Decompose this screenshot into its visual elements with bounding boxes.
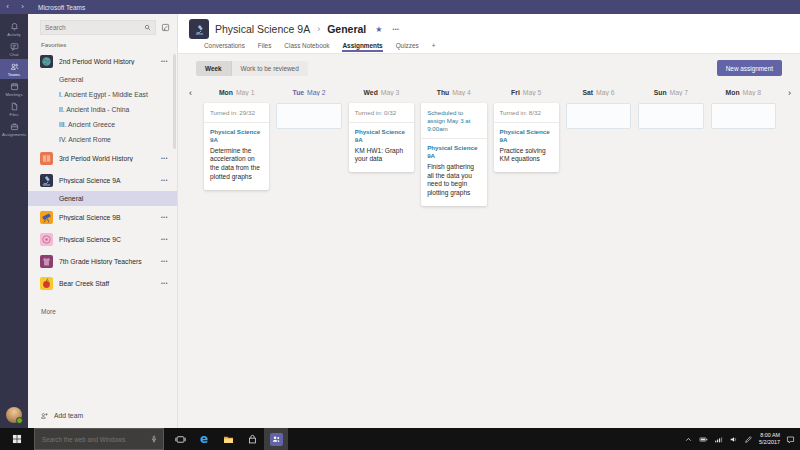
channel-ancient-india[interactable]: II. Ancient India - China: [28, 102, 177, 117]
assignment-card[interactable]: Turned in: 0/32 Physical Science 9A KM H…: [349, 103, 414, 172]
add-team-button[interactable]: Add team: [28, 405, 177, 428]
day-header-fri-may-5: FriMay 5: [494, 89, 559, 96]
channel-ancient-rome[interactable]: IV. Ancient Rome: [28, 132, 177, 147]
rail-item-label: Activity: [7, 32, 20, 37]
main-panel: Physical Science 9A › General ★ ••• Conv…: [178, 14, 800, 428]
back-icon[interactable]: ‹: [6, 3, 9, 11]
briefcase-icon: [10, 122, 19, 131]
empty-day-slot[interactable]: [638, 103, 703, 129]
sidebar-team-physical-science-9a[interactable]: Physical Science 9A •••: [28, 169, 177, 191]
tab-assignments[interactable]: Assignments: [342, 42, 382, 52]
breadcrumb-team-name[interactable]: Physical Science 9A: [215, 23, 310, 35]
more-options-icon[interactable]: •••: [161, 236, 168, 242]
sidebar-team-physical-science-9b[interactable]: Physical Science 9B •••: [28, 206, 177, 228]
file-explorer-icon[interactable]: [216, 428, 240, 450]
channel-ancient-greece[interactable]: III. Ancient Greece: [28, 117, 177, 132]
taskbar-search-box[interactable]: [34, 428, 164, 450]
rail-item-meetings[interactable]: Meetings: [0, 79, 28, 99]
card-divider: [349, 122, 414, 123]
taskbar-search-input[interactable]: [40, 435, 146, 444]
tab-conversations[interactable]: Conversations: [204, 42, 245, 52]
week-view-button[interactable]: Week: [196, 61, 231, 76]
microphone-icon[interactable]: [150, 435, 158, 443]
user-avatar[interactable]: [6, 407, 22, 423]
previous-week-icon[interactable]: ‹: [189, 88, 192, 98]
presence-available-dot: [16, 417, 23, 424]
team-name: 2nd Period World History: [59, 58, 155, 65]
rail-item-assignments[interactable]: Assignments: [0, 119, 28, 139]
channel-ancient-egypt[interactable]: I. Ancient Egypt - Middle East: [28, 87, 177, 102]
card-title: KM HW1: Graph your data: [355, 147, 408, 165]
assignment-card[interactable]: Turned in: 29/32 Physical Science 9A Det…: [204, 103, 269, 190]
more-options-icon[interactable]: •••: [161, 177, 168, 183]
forward-icon[interactable]: ›: [21, 3, 24, 11]
channel-general-2nd-period[interactable]: General: [28, 72, 177, 87]
sidebar-team-7th-grade-history-teachers[interactable]: 7th Grade History Teachers •••: [28, 250, 177, 272]
more-options-icon[interactable]: •••: [161, 58, 168, 64]
clock-time: 8:00 AM: [759, 432, 780, 439]
tab-class-notebook[interactable]: Class Notebook: [284, 42, 329, 52]
channel-general-physical-science-9a[interactable]: General: [28, 191, 177, 206]
assignment-card[interactable]: Scheduled to assign May 3 at 9:00am Phys…: [421, 103, 486, 206]
taskbar-clock[interactable]: 8:00 AM 5/2/2017: [759, 432, 780, 446]
task-view-icon[interactable]: [168, 428, 192, 450]
empty-day-slot[interactable]: [276, 103, 341, 129]
bell-icon: [10, 22, 19, 31]
start-button[interactable]: [0, 428, 34, 450]
week-calendar: ‹ › MonMay 1 TueMay 2 WedMay 3 ThuMay 4 …: [178, 89, 800, 206]
card-divider: [421, 138, 486, 139]
sidebar-team-bear-creek-staff[interactable]: Bear Creek Staff •••: [28, 272, 177, 294]
new-chat-icon[interactable]: [161, 23, 170, 32]
day-column-sun-may-7: [638, 103, 703, 129]
team-badge-microscope-icon: [189, 19, 209, 39]
rail-item-teams[interactable]: Teams: [0, 59, 28, 79]
windows-store-icon[interactable]: [240, 428, 264, 450]
favorite-star-icon[interactable]: ★: [375, 25, 382, 34]
sidebar-team-physical-science-9c[interactable]: Physical Science 9C •••: [28, 228, 177, 250]
add-team-label: Add team: [54, 412, 83, 419]
search-input[interactable]: [45, 24, 141, 31]
card-scheduled-status: Scheduled to assign May 3 at 9:00am: [427, 109, 480, 133]
assignment-card[interactable]: Turned in: 8/32 Physical Science 9A Prac…: [494, 103, 559, 172]
add-tab-icon[interactable]: +: [432, 42, 436, 52]
action-center-icon[interactable]: [786, 435, 795, 444]
new-assignment-button[interactable]: New assignment: [717, 60, 782, 76]
rail-item-files[interactable]: Files: [0, 99, 28, 119]
tab-quizzes[interactable]: Quizzes: [396, 42, 419, 52]
rail-item-label: Assignments: [2, 132, 26, 137]
tray-chevron-up-icon[interactable]: [684, 435, 693, 444]
more-options-icon[interactable]: •••: [392, 26, 399, 32]
card-class-name: Physical Science 9A: [210, 128, 263, 144]
teams-taskbar-icon[interactable]: [264, 428, 288, 450]
more-options-icon[interactable]: •••: [161, 258, 168, 264]
tab-files[interactable]: Files: [258, 42, 272, 52]
system-tray: 8:00 AM 5/2/2017: [679, 428, 800, 450]
sidebar-team-3rd-period-world-history[interactable]: 3rd Period World History •••: [28, 147, 177, 169]
file-icon: [10, 102, 19, 111]
card-class-name: Physical Science 9A: [500, 128, 553, 144]
empty-day-slot[interactable]: [566, 103, 631, 129]
search-box[interactable]: [40, 20, 156, 35]
app-title: Microsoft Teams: [38, 4, 85, 11]
rail-item-label: Teams: [8, 72, 20, 77]
clock-date: 5/2/2017: [759, 439, 780, 446]
empty-day-slot[interactable]: [711, 103, 776, 129]
battery-icon[interactable]: [699, 435, 708, 444]
sidebar-scrollbar[interactable]: [173, 54, 176, 149]
network-signal-icon[interactable]: [714, 435, 723, 444]
speaker-icon[interactable]: [729, 435, 738, 444]
more-teams-link[interactable]: More: [28, 294, 177, 315]
next-week-icon[interactable]: ›: [788, 88, 791, 98]
titlebar: ‹ › Microsoft Teams: [0, 0, 800, 14]
sidebar-team-2nd-period-world-history[interactable]: 2nd Period World History •••: [28, 50, 177, 72]
rail-item-activity[interactable]: Activity: [0, 19, 28, 39]
rail-item-label: Meetings: [6, 92, 23, 97]
edge-browser-icon[interactable]: e: [192, 428, 216, 450]
work-to-be-reviewed-button[interactable]: Work to be reviewed: [231, 61, 308, 76]
more-options-icon[interactable]: •••: [161, 155, 168, 161]
more-options-icon[interactable]: •••: [161, 214, 168, 220]
history-nav: ‹ ›: [0, 3, 30, 11]
pen-icon[interactable]: [744, 435, 753, 444]
rail-item-chat[interactable]: Chat: [0, 39, 28, 59]
more-options-icon[interactable]: •••: [161, 280, 168, 286]
